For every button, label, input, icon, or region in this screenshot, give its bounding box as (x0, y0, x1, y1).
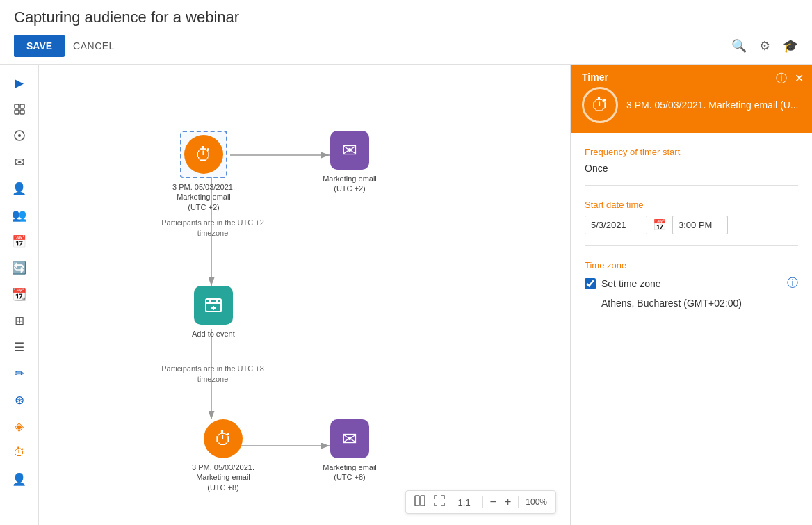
sidebar-item-diamond[interactable]: ◈ (8, 415, 31, 437)
email-label-2: Marketing email (UTC +8) (318, 462, 381, 483)
participant-label-1: Participants are in the UTC +2 timezone (161, 218, 265, 239)
sidebar-item-person[interactable]: 👤 (8, 177, 31, 200)
timer-header: Timer ⓘ ✕ ⏱ 3 PM. 05/03/2021. Marketing … (571, 65, 812, 133)
timer-label-1: 3 PM. 05/03/2021. Marketing email (UTC +… (172, 182, 235, 212)
page-title: Capturing audience for a webinar (14, 8, 798, 26)
timezone-value: Athens, Bucharest (GMT+02:00) (601, 298, 798, 309)
start-date-label: Start date time (585, 200, 798, 210)
toolbar-right: 🔍 ⚙ 🎓 (731, 38, 798, 54)
info-icon[interactable]: ⓘ (776, 72, 787, 86)
graduation-cap-icon[interactable]: 🎓 (783, 38, 798, 54)
zoom-in-button[interactable]: + (502, 494, 514, 510)
layout-toggle-button[interactable] (412, 494, 428, 510)
header: Capturing audience for a webinar SAVE CA… (0, 0, 812, 65)
sidebar: ▶ ✉ 👤 👥 📅 🔄 📆 ⊞ ☰ ✏ ⊛ ◈ ⏱ 👤 (0, 65, 39, 525)
sidebar-item-cursor[interactable]: ▶ (8, 72, 31, 94)
frequency-label: Frequency of timer start (585, 147, 798, 157)
sidebar-item-pin[interactable] (8, 124, 31, 147)
search-icon[interactable]: 🔍 (731, 38, 747, 54)
cancel-button[interactable]: CANCEL (73, 40, 115, 51)
timezone-info-icon[interactable]: ⓘ (787, 276, 798, 291)
timer-label-2: 3 PM. 05/03/2021. Marketing email (UTC +… (192, 462, 254, 492)
email-node-1[interactable]: ✉ Marketing email (UTC +2) (318, 131, 381, 194)
event-node-1[interactable]: Add to event (192, 286, 235, 339)
date-time-row: 📅 (585, 216, 798, 246)
svg-point-5 (18, 134, 21, 137)
sidebar-item-clock[interactable]: ⏱ (8, 442, 31, 464)
right-panel: Timer ⓘ ✕ ⏱ 3 PM. 05/03/2021. Marketing … (570, 65, 812, 525)
zoom-percent-button[interactable]: 100% (523, 496, 550, 508)
sidebar-item-list[interactable]: ☰ (8, 336, 31, 358)
sidebar-item-person-settings[interactable]: 👤 (8, 468, 31, 490)
sidebar-item-select[interactable] (8, 98, 31, 120)
zoom-ratio: 1:1 (450, 497, 478, 508)
email-icon-1: ✉ (330, 131, 369, 170)
email-node-2[interactable]: ✉ Marketing email (UTC +8) (318, 419, 381, 483)
sidebar-item-people-network[interactable]: ⊛ (8, 389, 31, 411)
svg-rect-3 (20, 110, 24, 114)
sidebar-item-calendar-event[interactable]: 📅 (8, 230, 31, 252)
email-label-1: Marketing email (UTC +2) (318, 174, 381, 194)
save-button[interactable]: SAVE (14, 35, 65, 57)
canvas: ⏱ 3 PM. 05/03/2021. Marketing email (UTC… (39, 65, 570, 525)
event-icon-1 (194, 286, 233, 325)
sidebar-item-filter[interactable]: ⊞ (8, 309, 31, 332)
svg-rect-17 (415, 496, 419, 506)
timer-body: Frequency of timer start Once Start date… (571, 133, 812, 525)
close-icon[interactable]: ✕ (795, 72, 804, 85)
sidebar-item-calendar[interactable]: 📆 (8, 283, 31, 305)
frequency-value: Once (585, 163, 798, 186)
set-timezone-label: Set time zone (601, 278, 661, 289)
settings-icon[interactable]: ⚙ (759, 38, 770, 54)
zoom-out-button[interactable]: − (487, 494, 499, 510)
svg-rect-1 (20, 104, 24, 108)
zoom-divider (482, 496, 483, 508)
main: ▶ ✉ 👤 👥 📅 🔄 📆 ⊞ ☰ ✏ ⊛ ◈ ⏱ 👤 (0, 65, 812, 525)
toolbar: SAVE CANCEL 🔍 ⚙ 🎓 (14, 35, 798, 64)
email-icon-2: ✉ (330, 419, 369, 458)
svg-rect-18 (421, 496, 425, 506)
set-timezone-checkbox[interactable] (585, 278, 596, 289)
zoom-divider-2 (518, 496, 519, 508)
timer-node-1[interactable]: ⏱ 3 PM. 05/03/2021. Marketing email (UTC… (172, 131, 235, 212)
timer-icon-1: ⏱ (184, 135, 223, 174)
sidebar-item-recurring[interactable]: 🔄 (8, 257, 31, 279)
timer-panel-title: Timer (582, 72, 608, 83)
timezone-section: Time zone Set time zone ⓘ Athens, Buchar… (585, 260, 798, 309)
fit-button[interactable] (431, 494, 448, 510)
time-input[interactable] (672, 216, 728, 234)
svg-rect-0 (15, 104, 19, 108)
zoom-bar: 1:1 − + 100% (405, 490, 556, 514)
timer-circle-icon: ⏱ (582, 87, 618, 123)
timer-header-subtitle: 3 PM. 05/03/2021. Marketing email (U... (626, 99, 801, 111)
sidebar-item-group[interactable]: 👥 (8, 204, 31, 226)
event-label-1: Add to event (192, 329, 235, 339)
participant-label-2: Participants are in the UTC +8 timezone (161, 364, 265, 385)
date-input[interactable] (585, 216, 647, 234)
sidebar-item-edit[interactable]: ✏ (8, 362, 31, 385)
timer-node-2[interactable]: ⏱ 3 PM. 05/03/2021. Marketing email (UTC… (192, 419, 254, 492)
calendar-icon[interactable]: 📅 (653, 218, 667, 232)
sidebar-item-email[interactable]: ✉ (8, 151, 31, 173)
canvas-connectors (39, 65, 570, 525)
svg-rect-2 (15, 110, 19, 114)
timezone-label: Time zone (585, 260, 798, 270)
timer-icon-2: ⏱ (204, 419, 243, 458)
timezone-row: Set time zone ⓘ (585, 276, 798, 291)
